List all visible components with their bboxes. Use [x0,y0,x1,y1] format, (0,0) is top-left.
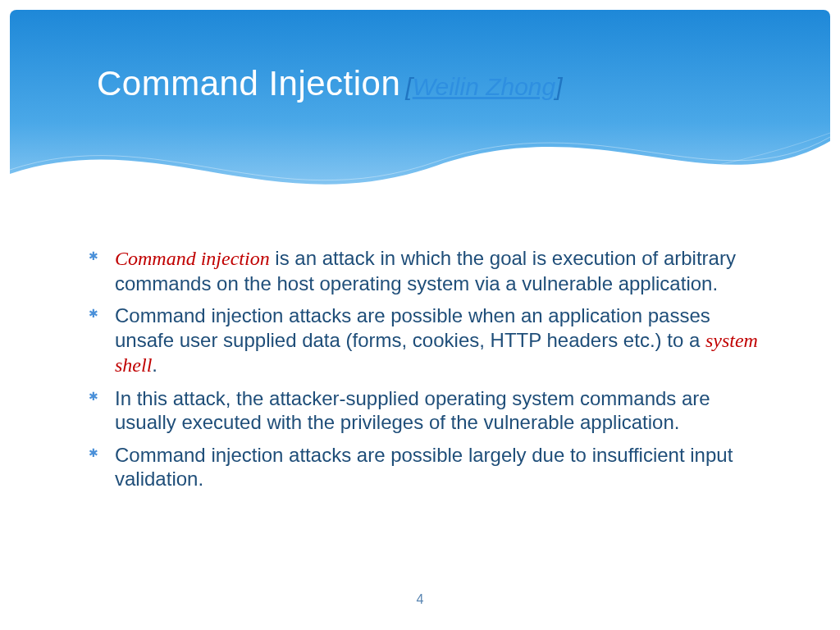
title-attribution: [Weilin Zhong] [405,73,562,101]
author-link[interactable]: Weilin Zhong [413,73,556,100]
page-number: 4 [0,592,840,607]
wave-graphic [10,10,830,215]
bullet-text: Command injection attacks are possible w… [115,304,710,351]
bracket-close: ] [555,73,562,100]
emphasis-term: Command injection [115,248,270,269]
list-item: Command injection attacks are possible l… [89,443,766,491]
bullet-text: Command injection attacks are possible l… [115,444,733,491]
title-main: Command Injection [97,64,400,103]
slide-body: Command injection is an attack in which … [89,246,766,500]
bracket-open: [ [405,73,412,100]
slide-title: Command Injection [Weilin Zhong] [97,64,807,103]
bullet-text: In this attack, the attacker-supplied op… [115,387,710,434]
slide: Command Injection [Weilin Zhong] Command… [0,0,840,630]
bullet-text: . [152,354,158,376]
bullet-list: Command injection is an attack in which … [89,246,766,491]
list-item: In this attack, the attacker-supplied op… [89,386,766,435]
header-banner [10,10,830,215]
list-item: Command injection attacks are possible w… [89,304,766,378]
list-item: Command injection is an attack in which … [89,246,766,295]
